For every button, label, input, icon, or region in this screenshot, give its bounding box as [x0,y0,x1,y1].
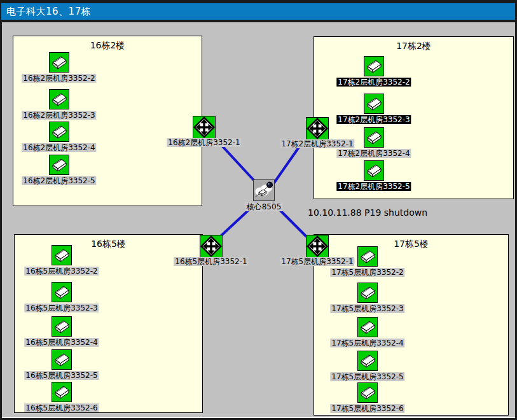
node-label[interactable]: 17栋5层机房3352-6 [330,404,404,413]
switch-node[interactable]: 17栋2层机房3352-2 [364,56,384,76]
switch-icon[interactable] [49,89,69,109]
node-label[interactable]: 16栋5层机房3352-6 [24,403,99,412]
switch-node[interactable]: 17栋2层机房3352-5 [364,160,384,181]
node-label[interactable]: 16栋2层机房3352-4 [22,143,96,152]
core-cloud-icon[interactable] [253,179,275,201]
switch-node[interactable]: 17栋2层机房3352-4 [364,127,384,148]
router-node[interactable]: 17栋5层机房3352-1 [306,235,329,258]
switch-node[interactable]: 17栋5层机房3352-3 [357,283,378,303]
node-label[interactable]: 16栋2层机房3352-3 [22,111,96,120]
switch-icon[interactable] [52,349,72,370]
switch-node[interactable]: 17栋2层机房3352-3 [364,94,384,114]
router-icon[interactable] [193,116,216,139]
node-label[interactable]: 17栋5层机房3352-4 [330,339,404,347]
switch-icon[interactable] [52,316,72,337]
switch-node[interactable]: 16栋2层机房3352-3 [49,89,69,109]
switch-node[interactable]: 17栋5层机房3352-2 [357,246,378,267]
node-label[interactable]: 17栋2层机房3352-2 [336,78,411,87]
switch-node[interactable]: 16栋2层机房3352-2 [49,52,69,73]
switch-icon[interactable] [357,382,378,403]
router-node[interactable]: 17栋2层机房3352-1 [306,117,329,140]
node-label[interactable]: 17栋2层机房3352-4 [336,149,411,158]
switch-node[interactable]: 16栋5层机房3352-3 [52,282,72,302]
switch-icon[interactable] [364,127,384,148]
switch-node[interactable]: 17栋5层机房3352-4 [357,317,378,337]
shutdown-annotation: 10.10.11.88 P19 shutdown [308,207,427,218]
switch-icon[interactable] [49,122,69,142]
switch-icon[interactable] [364,56,384,76]
switch-icon[interactable] [49,155,69,175]
router-node[interactable]: 16栋5层机房3352-1 [200,235,223,258]
router-icon[interactable] [306,117,329,140]
switch-icon[interactable] [357,246,378,267]
node-label[interactable]: 16栋5层机房3352-5 [24,371,99,380]
node-label[interactable]: 核心8505 [245,202,283,211]
router-node[interactable]: 16栋2层机房3352-1 [193,116,216,139]
router-icon[interactable] [200,235,223,258]
node-label[interactable]: 16栋5层机房3352-4 [24,338,99,347]
switch-icon[interactable] [52,282,72,302]
switch-node[interactable]: 16栋5层机房3352-4 [52,316,72,337]
switch-node[interactable]: 16栋5层机房3352-5 [52,349,72,370]
node-label[interactable]: 16栋5层机房3352-3 [24,304,99,312]
node-label[interactable]: 16栋2层机房3352-2 [22,74,96,83]
node-label[interactable]: 17栋2层机房3352-5 [336,182,411,191]
network-map-window: 电子科大16、17栋 16栋2楼 17栋2楼 16栋5楼 17栋5楼 16栋2层… [0,0,517,420]
switch-icon[interactable] [364,160,384,181]
node-label[interactable]: 16栋5层机房3352-1 [174,257,248,266]
node-label[interactable]: 17栋5层机房3352-2 [330,268,404,277]
switch-node[interactable]: 16栋5层机房3352-6 [52,382,72,402]
switch-icon[interactable] [52,382,72,402]
switch-node[interactable]: 16栋5层机房3352-2 [52,245,72,265]
switch-icon[interactable] [357,283,378,303]
switch-node[interactable]: 16栋2层机房3352-4 [49,122,69,142]
node-label[interactable]: 17栋5层机房3352-1 [280,257,354,266]
node-label[interactable]: 17栋5层机房3352-3 [330,304,404,313]
switch-icon[interactable] [364,94,384,114]
node-label[interactable]: 16栋2层机房3352-1 [167,138,241,147]
node-label[interactable]: 16栋5层机房3352-2 [24,267,99,276]
core-node[interactable]: 核心8505 [253,179,275,201]
router-icon[interactable] [306,235,329,258]
node-label[interactable]: 17栋2层机房3352-3 [336,115,411,124]
node-label[interactable]: 17栋2层机房3352-1 [280,139,354,148]
node-label[interactable]: 16栋2层机房3352-5 [22,176,96,185]
switch-icon[interactable] [49,52,69,73]
switch-icon[interactable] [357,317,378,337]
switch-icon[interactable] [52,245,72,265]
node-label[interactable]: 17栋5层机房3352-5 [330,372,404,381]
switch-node[interactable]: 17栋5层机房3352-6 [357,382,378,403]
switch-node[interactable]: 17栋5层机房3352-5 [357,351,378,371]
switch-icon[interactable] [357,351,378,371]
switch-node[interactable]: 16栋2层机房3352-5 [49,155,69,175]
